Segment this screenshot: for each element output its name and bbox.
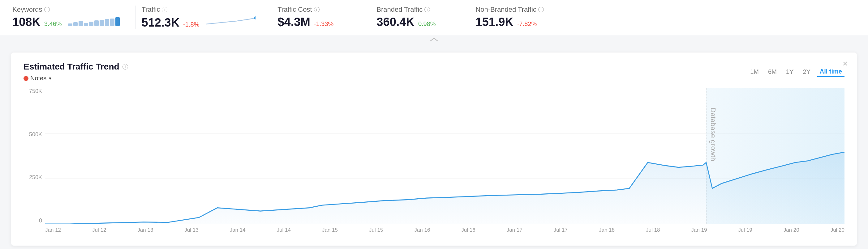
traffic-info-icon[interactable]: i — [162, 7, 167, 12]
mini-bar — [94, 21, 99, 26]
notes-dot-icon — [24, 76, 28, 81]
branded-traffic-change: 0.98% — [418, 21, 436, 28]
mini-bar — [79, 21, 83, 26]
time-filter-1y[interactable]: 1Y — [783, 67, 796, 77]
keywords-value: 108K — [12, 15, 40, 29]
x-label-jan14: Jan 14 — [230, 227, 246, 233]
x-label-jul15: Jul 15 — [369, 227, 383, 233]
x-label-jul16: Jul 16 — [461, 227, 475, 233]
time-filter-group: 1M 6M 1Y 2Y All time — [748, 67, 844, 77]
x-label-jan17: Jan 17 — [507, 227, 523, 233]
branded-traffic-value: 360.4K — [376, 15, 414, 29]
y-axis: 750K 500K 250K 0 — [24, 88, 45, 224]
x-label-jan19: Jan 19 — [691, 227, 707, 233]
x-label-jul18: Jul 18 — [646, 227, 660, 233]
traffic-sparkline — [206, 15, 255, 27]
svg-point-0 — [254, 16, 255, 20]
branded-traffic-label: Branded Traffic i — [376, 6, 454, 13]
x-label-jan20: Jan 20 — [783, 227, 799, 233]
branded-traffic-info-icon[interactable]: i — [425, 7, 430, 12]
nonbranded-traffic-info-icon[interactable]: i — [538, 7, 544, 12]
mini-bar-active — [115, 17, 120, 26]
mini-bar — [105, 19, 109, 26]
mini-bar — [73, 22, 78, 26]
keywords-change: 3.46% — [44, 21, 62, 28]
mini-bar — [84, 23, 88, 26]
notes-button[interactable]: Notes ▾ — [24, 75, 51, 82]
mini-bar — [89, 22, 93, 26]
keywords-metric: Keywords i 108K 3.46% — [12, 6, 135, 29]
chart-area: 750K 500K 250K 0 — [24, 88, 844, 236]
chart-card: Estimated Traffic Trend i Notes ▾ 1M 6M … — [11, 52, 857, 246]
mini-bar — [68, 24, 72, 26]
top-metrics-bar: Keywords i 108K 3.46% Traffic i — [0, 0, 868, 35]
chart-info-icon[interactable]: i — [123, 64, 128, 70]
nonbranded-traffic-label: Non-Branded Traffic i — [475, 6, 553, 13]
chart-header: Estimated Traffic Trend i Notes ▾ 1M 6M … — [24, 62, 844, 82]
y-label-750k: 750K — [29, 88, 42, 95]
x-label-jan16: Jan 16 — [414, 227, 430, 233]
traffic-label: Traffic i — [142, 6, 256, 13]
chevron-down-icon: ▾ — [49, 75, 51, 81]
collapse-arrow-icon[interactable] — [429, 37, 439, 42]
time-filter-2y[interactable]: 2Y — [800, 67, 813, 77]
traffic-cost-change: -1.33% — [314, 21, 334, 28]
traffic-value: 512.3K — [142, 16, 180, 29]
keywords-label: Keywords i — [12, 6, 120, 13]
x-label-jul17: Jul 17 — [554, 227, 568, 233]
nonbranded-traffic-change: -7.82% — [517, 21, 537, 28]
traffic-trend-chart: Database growth — [45, 88, 844, 224]
time-filter-all[interactable]: All time — [817, 67, 844, 77]
keywords-info-icon[interactable]: i — [44, 7, 50, 12]
traffic-cost-metric: Traffic Cost i $4.3M -1.33% — [271, 6, 370, 29]
close-button[interactable]: × — [843, 59, 847, 69]
x-label-jul13: Jul 13 — [184, 227, 198, 233]
keywords-mini-bars — [68, 17, 120, 26]
x-label-jul12: Jul 12 — [92, 227, 106, 233]
time-filter-6m[interactable]: 6M — [766, 67, 779, 77]
x-label-jan15: Jan 15 — [322, 227, 338, 233]
traffic-cost-label: Traffic Cost i — [277, 6, 354, 13]
x-label-jul14: Jul 14 — [277, 227, 291, 233]
x-label-jan12: Jan 12 — [45, 227, 61, 233]
x-axis: Jan 12 Jul 12 Jan 13 Jul 13 Jan 14 Jul 1… — [45, 224, 844, 236]
y-label-0: 0 — [39, 217, 42, 224]
traffic-cost-value: $4.3M — [277, 15, 310, 29]
y-label-500k: 500K — [29, 131, 42, 138]
nonbranded-traffic-value: 151.9K — [475, 15, 514, 29]
mini-bar — [100, 20, 104, 26]
nonbranded-traffic-metric: Non-Branded Traffic i 151.9K -7.82% — [469, 6, 568, 29]
x-label-jan13: Jan 13 — [137, 227, 153, 233]
x-label-jan18: Jan 18 — [599, 227, 615, 233]
traffic-metric: Traffic i 512.3K -1.8% — [135, 6, 272, 29]
chart-title: Estimated Traffic Trend i — [24, 62, 128, 72]
branded-traffic-metric: Branded Traffic i 360.4K 0.98% — [370, 6, 469, 29]
x-label-jul19: Jul 19 — [738, 227, 752, 233]
x-label-jul20: Jul 20 — [831, 227, 844, 233]
traffic-cost-info-icon[interactable]: i — [314, 7, 319, 12]
db-growth-label: Database growth — [709, 108, 717, 161]
time-filter-1m[interactable]: 1M — [748, 67, 761, 77]
traffic-change: -1.8% — [183, 21, 199, 28]
mini-bar — [110, 19, 115, 26]
y-label-250k: 250K — [29, 174, 42, 181]
